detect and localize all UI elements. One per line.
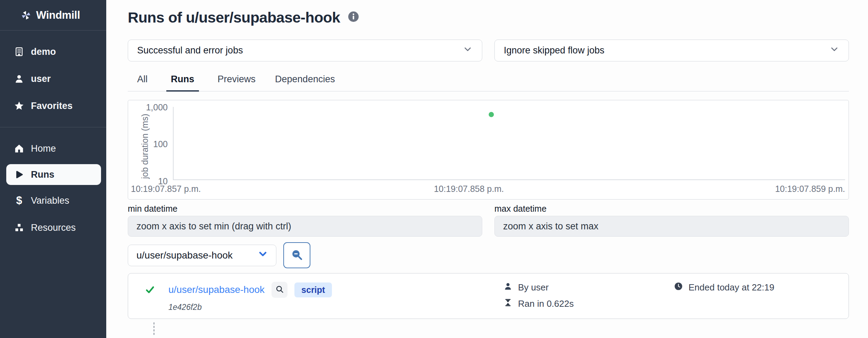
variables-label: Variables: [31, 195, 69, 206]
tab-runs[interactable]: Runs: [166, 69, 199, 92]
info-icon[interactable]: [347, 10, 360, 24]
chart-y-tick: 100: [128, 139, 168, 149]
chart-point[interactable]: [489, 112, 494, 117]
run-duration: Ran in 0.622s: [518, 298, 574, 309]
page-header: Runs of u/user/supabase-hook: [128, 5, 849, 30]
datetime-filters: min datetime max datetime: [128, 204, 849, 237]
cubes-icon: [14, 222, 24, 233]
page-title: Runs of u/user/supabase-hook: [128, 9, 340, 26]
run-ended-at: Ended today at 22:19: [688, 282, 774, 293]
chevron-down-icon: [829, 44, 840, 57]
sidebar-item-home[interactable]: Home: [0, 135, 106, 162]
run-triggered-by: By user: [518, 282, 549, 293]
script-picker-select[interactable]: u/user/supabase-hook: [128, 245, 276, 266]
chevron-down-icon: [462, 44, 473, 57]
max-datetime-label: max datetime: [494, 204, 849, 214]
user-label: user: [31, 74, 51, 84]
user-icon: [14, 74, 24, 84]
min-datetime-input[interactable]: [128, 216, 482, 237]
max-datetime-input[interactable]: [494, 216, 849, 237]
zoom-out-icon: [290, 248, 303, 263]
filter-selects: Successful and error jobs Ignore skipped…: [128, 40, 849, 61]
tab-previews[interactable]: Previews: [217, 69, 257, 91]
min-datetime-label: min datetime: [128, 204, 482, 214]
zoom-out-search-button[interactable]: [283, 242, 310, 268]
sidebar: Windmill demo: [0, 0, 106, 338]
flow-jobs-select-value: Ignore skipped flow jobs: [504, 45, 604, 56]
script-picker-value: u/user/supabase-hook: [136, 250, 233, 261]
app-logo[interactable]: Windmill: [0, 0, 106, 31]
run-path-link[interactable]: u/user/supabase-hook: [168, 284, 265, 295]
app-title: Windmill: [36, 9, 80, 22]
main-content: Runs of u/user/supabase-hook Successful …: [106, 0, 868, 338]
windmill-logo-icon: [21, 10, 31, 20]
tab-all[interactable]: All: [136, 69, 148, 91]
dollar-icon: $: [14, 195, 24, 206]
building-icon: [14, 47, 24, 57]
sidebar-item-workspace[interactable]: demo: [0, 38, 106, 65]
kind-tabs: All Runs Previews Dependencies: [128, 69, 849, 92]
chart-plot-area[interactable]: [173, 107, 845, 180]
flow-jobs-select[interactable]: Ignore skipped flow jobs: [494, 40, 849, 61]
star-icon: [14, 101, 24, 111]
resources-label: Resources: [31, 222, 76, 233]
script-picker-row: u/user/supabase-hook: [128, 242, 849, 268]
chart-x-tick-mid: 10:19:07.858 p.m.: [434, 184, 504, 194]
clock-icon: [674, 282, 683, 293]
workspace-section: demo user Favorites: [0, 31, 106, 119]
tab-dependencies[interactable]: Dependencies: [274, 69, 336, 91]
home-icon: [14, 143, 24, 154]
search-icon: [275, 285, 284, 295]
workspace-label: demo: [31, 47, 56, 57]
sidebar-item-user[interactable]: user: [0, 65, 106, 92]
play-icon: [14, 169, 24, 180]
sidebar-item-favorites[interactable]: Favorites: [0, 92, 106, 119]
chart-y-tick: 1,000: [128, 102, 168, 112]
person-icon: [503, 282, 512, 293]
run-kind-badge: script: [294, 282, 332, 297]
timeline-connector: [153, 322, 155, 335]
nav-section: Home Runs $ Variables Resources: [0, 127, 106, 241]
run-list-item[interactable]: u/user/supabase-hook script 1e426f2b By …: [128, 273, 849, 319]
job-status-select[interactable]: Successful and error jobs: [128, 40, 482, 61]
sidebar-item-resources[interactable]: Resources: [0, 214, 106, 241]
sidebar-item-runs[interactable]: Runs: [6, 164, 101, 185]
runs-chart[interactable]: job duration (ms) 1,000 100 10 10:19:07.…: [128, 100, 849, 200]
job-status-select-value: Successful and error jobs: [137, 45, 243, 56]
hourglass-icon: [503, 298, 512, 310]
favorites-label: Favorites: [31, 101, 73, 111]
success-check-icon: [145, 285, 155, 295]
chart-x-tick-max: 10:19:07.859 p.m.: [775, 184, 845, 194]
runs-label: Runs: [31, 169, 55, 180]
chart-x-tick-min: 10:19:07.857 p.m.: [131, 184, 201, 194]
sidebar-item-variables[interactable]: $ Variables: [0, 187, 106, 214]
chevron-down-icon: [257, 248, 268, 262]
home-label: Home: [31, 143, 56, 154]
run-search-button[interactable]: [272, 282, 287, 298]
